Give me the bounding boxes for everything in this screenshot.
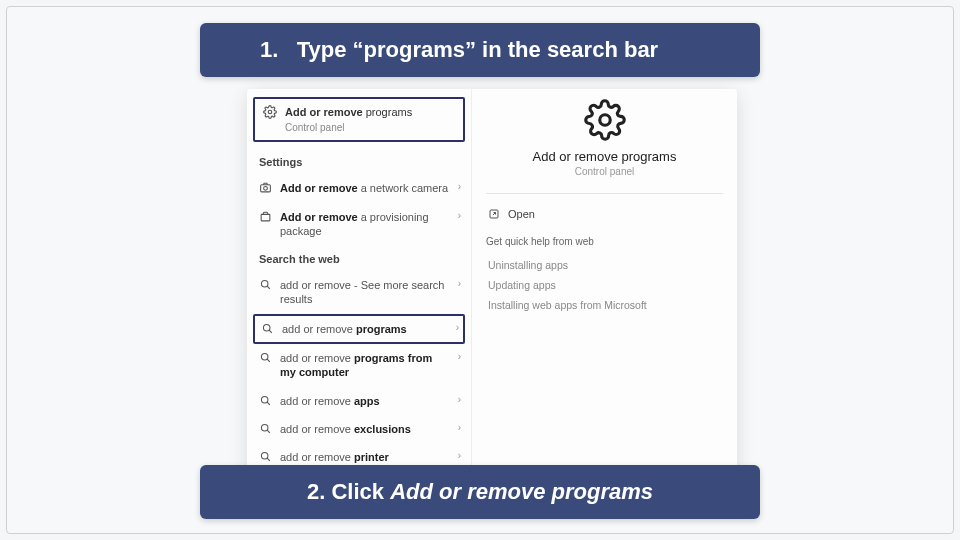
- step2-number: 2.: [307, 479, 325, 504]
- windows-search-panel: Add or remove programs Control panel Set…: [247, 89, 737, 484]
- step1-text: Type “programs” in the search bar: [297, 37, 658, 62]
- instruction-step-2: 2. Click Add or remove programs: [200, 465, 760, 519]
- top-result-rest: programs: [363, 106, 413, 118]
- web-item-see-more[interactable]: add or remove - See more search results …: [247, 271, 471, 314]
- step2-emph: Add or remove programs: [390, 479, 653, 504]
- result-preview-pane: Add or remove programs Control panel Ope…: [472, 89, 737, 484]
- search-icon: [259, 422, 272, 435]
- gear-icon: [584, 99, 626, 141]
- search-icon: [259, 450, 272, 463]
- svg-point-4: [261, 281, 268, 288]
- chevron-right-icon: ›: [458, 351, 461, 362]
- tutorial-frame: 1. Type “programs” in the search bar Add…: [6, 6, 954, 534]
- top-result-subtitle: Control panel: [285, 121, 412, 134]
- settings-section-header: Settings: [247, 148, 471, 174]
- svg-rect-3: [261, 214, 270, 221]
- svg-rect-1: [261, 185, 271, 192]
- open-icon: [488, 208, 500, 220]
- web-item-exclusions[interactable]: add or remove exclusions ›: [247, 415, 471, 443]
- settings-item-provisioning-package[interactable]: Add or remove a provisioning package ›: [247, 203, 471, 246]
- preview-title: Add or remove programs: [533, 149, 677, 164]
- chevron-right-icon: ›: [458, 181, 461, 192]
- settings-item-network-camera[interactable]: Add or remove a network camera ›: [247, 174, 471, 202]
- top-result-bold: Add or remove: [285, 106, 363, 118]
- web-section-header: Search the web: [247, 245, 471, 271]
- search-icon: [261, 322, 274, 335]
- svg-point-2: [264, 187, 268, 191]
- preview-subtitle: Control panel: [575, 166, 634, 177]
- step1-number: 1.: [260, 37, 278, 62]
- web-item-programs-from-computer[interactable]: add or remove programs from my computer …: [247, 344, 471, 387]
- search-icon: [259, 278, 272, 291]
- svg-point-7: [261, 396, 268, 403]
- chevron-right-icon: ›: [456, 322, 459, 333]
- web-item-apps[interactable]: add or remove apps ›: [247, 387, 471, 415]
- camera-icon: [259, 181, 272, 194]
- web-item-add-remove-programs[interactable]: add or remove programs ›: [253, 314, 465, 344]
- quick-help-header: Get quick help from web: [486, 236, 594, 247]
- svg-point-5: [263, 324, 270, 331]
- chevron-right-icon: ›: [458, 422, 461, 433]
- open-label: Open: [508, 208, 535, 220]
- chevron-right-icon: ›: [458, 394, 461, 405]
- chevron-right-icon: ›: [458, 450, 461, 461]
- svg-point-6: [261, 354, 268, 361]
- quicklink-uninstalling[interactable]: Uninstalling apps: [486, 255, 570, 275]
- quicklink-installing-web[interactable]: Installing web apps from Microsoft: [486, 295, 649, 315]
- search-icon: [259, 351, 272, 364]
- top-result-add-remove-programs[interactable]: Add or remove programs Control panel: [253, 97, 465, 142]
- open-action[interactable]: Open: [486, 204, 537, 224]
- package-icon: [259, 210, 272, 223]
- svg-point-9: [261, 453, 268, 460]
- chevron-right-icon: ›: [458, 278, 461, 289]
- quicklink-updating[interactable]: Updating apps: [486, 275, 558, 295]
- step2-prefix: Click: [331, 479, 390, 504]
- gear-icon: [263, 105, 277, 119]
- svg-point-8: [261, 424, 268, 431]
- svg-point-0: [268, 110, 272, 114]
- search-results-list: Add or remove programs Control panel Set…: [247, 89, 472, 484]
- svg-point-11: [599, 115, 610, 126]
- search-icon: [259, 394, 272, 407]
- divider: [486, 193, 723, 194]
- instruction-step-1: 1. Type “programs” in the search bar: [200, 23, 760, 77]
- chevron-right-icon: ›: [458, 210, 461, 221]
